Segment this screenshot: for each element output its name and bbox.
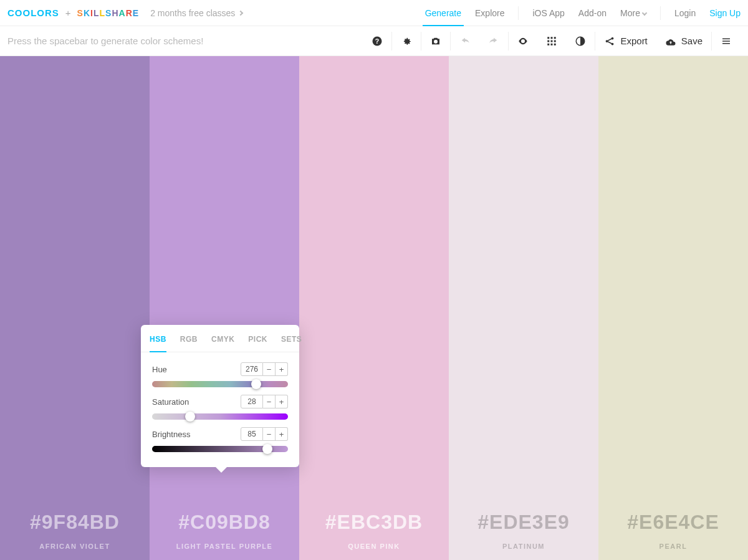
swatch-name: QUEEN PINK [348,543,400,550]
skillshare-logo[interactable]: SKILLSHARE [77,8,140,18]
svg-rect-10 [554,43,556,45]
picker-tabs: HSB RGB CMYK PICK SETS [141,325,299,352]
nav-explore[interactable]: Explore [475,8,504,18]
palette: #9F84BD AFRICAN VIOLET #C09BD8 LIGHT PAS… [0,56,748,560]
svg-rect-6 [551,40,553,42]
brightness-value[interactable]: 85 [241,427,263,441]
picker-tab-pick[interactable]: PICK [248,325,267,352]
swatch-hex[interactable]: #9F84BD [30,511,120,534]
toolbar-hint: Press the spacebar to generate color sch… [7,36,203,46]
nav-signup[interactable]: Sign Up [709,8,741,18]
hue-value[interactable]: 276 [241,362,263,376]
swatch-name: PEARL [659,543,688,550]
contrast-icon [575,36,586,47]
hue-controls: 276 − + [241,362,288,376]
menu-button[interactable] [712,26,741,56]
share-icon [604,36,615,47]
saturation-label: Saturation [152,397,189,407]
svg-rect-7 [554,40,556,42]
brightness-thumb[interactable] [262,444,272,454]
hue-label: Hue [152,365,167,374]
svg-rect-5 [548,40,550,42]
brightness-label: Brightness [152,430,190,439]
saturation-thumb[interactable] [185,412,195,422]
swatch-hex[interactable]: #EBC3DB [325,511,423,534]
nav-generate[interactable]: Generate [425,8,461,18]
swatch-1[interactable]: #C09BD8 LIGHT PASTEL PURPLE [150,56,299,560]
chevron-right-icon [238,10,243,15]
brightness-minus-button[interactable]: − [263,427,276,441]
saturation-minus-button[interactable]: − [263,395,276,408]
saturation-value[interactable]: 28 [241,395,263,408]
promo-text: 2 months free classes [150,8,235,18]
picker-tab-rgb[interactable]: RGB [180,325,198,352]
svg-rect-2 [548,37,550,39]
nav-ios[interactable]: iOS App [532,8,564,18]
redo-button[interactable] [479,26,508,56]
svg-rect-9 [551,43,553,45]
plus-separator: + [63,7,74,18]
brightness-controls: 85 − + [241,427,288,441]
svg-text:?: ? [375,37,379,44]
settings-button[interactable] [392,26,421,56]
hue-thumb[interactable] [251,379,261,389]
swatch-hex[interactable]: #C09BD8 [178,511,271,534]
swatch-4[interactable]: #E6E4CE PEARL [598,56,748,560]
nav-more[interactable]: More [620,8,646,18]
gear-icon [401,36,412,47]
picker-tab-hsb[interactable]: HSB [150,325,166,352]
hue-row: Hue 276 − + [152,362,288,387]
color-picker-popover: HSB RGB CMYK PICK SETS Hue 276 − + [141,325,299,467]
swatch-0[interactable]: #9F84BD AFRICAN VIOLET [0,56,150,560]
saturation-controls: 28 − + [241,395,288,408]
nav-login[interactable]: Login [674,8,696,18]
save-button[interactable]: Save [656,36,711,47]
picker-body: Hue 276 − + Saturation 28 − [141,352,299,467]
top-nav: COOLORS + SKILLSHARE 2 months free class… [0,0,748,26]
svg-rect-8 [548,43,550,45]
toolbar-right: ? Export S [363,26,741,56]
swatch-2[interactable]: #EBC3DB QUEEN PINK [299,56,449,560]
svg-rect-3 [551,37,553,39]
toolbar: Press the spacebar to generate color sch… [0,26,748,56]
hamburger-icon [721,36,732,47]
swatch-hex[interactable]: #E6E4CE [627,511,719,534]
swatch-name: LIGHT PASTEL PURPLE [176,543,273,550]
redo-icon [488,36,499,47]
coolors-logo[interactable]: COOLORS [7,7,59,18]
nav-separator [518,6,519,20]
logo-block: COOLORS + SKILLSHARE [7,7,139,18]
undo-icon [459,36,471,47]
help-icon: ? [372,36,383,47]
nav-addon[interactable]: Add-on [578,8,607,18]
nav-right: Generate Explore iOS App Add-on More Log… [425,6,741,20]
saturation-plus-button[interactable]: + [276,395,288,408]
swatch-3[interactable]: #EDE3E9 PLATINUM [449,56,598,560]
brightness-row: Brightness 85 − + [152,427,288,452]
brightness-slider[interactable] [152,446,288,452]
undo-button[interactable] [451,26,479,56]
saturation-slider[interactable] [152,413,288,420]
swatch-hex[interactable]: #EDE3E9 [477,511,570,534]
help-button[interactable]: ? [363,26,391,56]
camera-button[interactable] [421,26,450,56]
save-label: Save [681,36,702,46]
promo-link[interactable]: 2 months free classes [150,8,242,18]
hue-slider[interactable] [152,381,288,387]
saturation-row: Saturation 28 − + [152,395,288,420]
picker-tab-cmyk[interactable]: CMYK [211,325,234,352]
hue-minus-button[interactable]: − [263,362,276,376]
svg-rect-4 [554,37,556,39]
eye-icon [517,36,529,47]
brightness-plus-button[interactable]: + [276,427,288,441]
grid-button[interactable] [537,26,566,56]
hue-plus-button[interactable]: + [276,362,288,376]
swatch-name: PLATINUM [502,543,545,550]
contrast-button[interactable] [566,26,595,56]
picker-tab-sets[interactable]: SETS [281,325,302,352]
view-button[interactable] [509,26,537,56]
swatch-name: AFRICAN VIOLET [39,543,110,550]
nav-separator [660,6,661,20]
chevron-down-icon [642,10,647,15]
export-button[interactable]: Export [595,36,656,47]
